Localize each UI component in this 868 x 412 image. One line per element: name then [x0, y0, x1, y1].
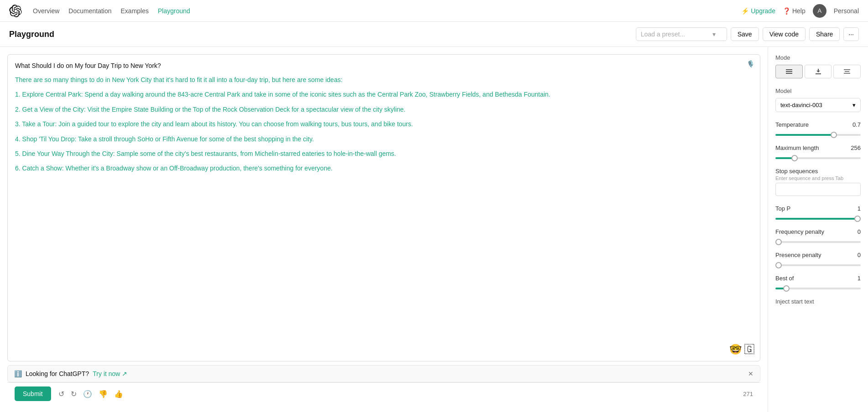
nav-overview[interactable]: Overview — [33, 7, 59, 15]
mode-label: Mode — [775, 54, 861, 61]
presence-penalty-slider[interactable] — [775, 264, 861, 266]
svg-rect-2 — [786, 73, 792, 74]
freq-penalty-container: Frequency penalty 0 — [775, 228, 861, 244]
text-box[interactable]: 🎙️ What Should I do on My four Day Trip … — [7, 54, 760, 361]
nav-right: ⚡ Upgrade ❓ Help A Personal — [741, 4, 859, 18]
external-link-icon: ↗ — [122, 370, 127, 377]
view-code-button[interactable]: View code — [763, 27, 806, 41]
nav-playground[interactable]: Playground — [158, 7, 190, 15]
presence-penalty-row: Presence penalty 0 — [775, 252, 861, 258]
max-length-container: Maximum length 256 — [775, 144, 861, 160]
svg-rect-5 — [845, 71, 849, 72]
token-count: 271 — [743, 391, 753, 397]
response-line-1: 1. Explore Central Park: Spend a day wal… — [15, 89, 753, 99]
history-icon[interactable]: 🕐 — [83, 390, 92, 398]
inject-section: Inject start text — [775, 298, 861, 305]
best-of-label: Best of — [775, 275, 794, 282]
personal-label[interactable]: Personal — [834, 7, 859, 15]
info-text: Looking for ChatGPT? — [26, 370, 89, 377]
stop-sequences-label: Stop sequences — [775, 168, 861, 175]
info-bar-left: ℹ️ Looking for ChatGPT? Try it now ↗ — [14, 370, 127, 377]
temperature-value: 0.7 — [852, 121, 861, 128]
bottom-icons: ↺ ↻ 🕐 👎 👍 — [58, 390, 123, 398]
thumbs-down-icon[interactable]: 👎 — [99, 390, 108, 398]
model-value: text-davinci-003 — [780, 102, 822, 108]
help-icon: ❓ — [783, 7, 790, 15]
max-length-label: Maximum length — [775, 144, 819, 151]
best-of-container: Best of 1 — [775, 275, 861, 291]
more-button[interactable]: ··· — [843, 27, 859, 41]
mode-section: Mode — [775, 54, 861, 78]
avatar[interactable]: A — [813, 4, 826, 18]
nav-examples[interactable]: Examples — [121, 7, 149, 15]
download-icon — [815, 68, 822, 75]
svg-rect-4 — [844, 69, 850, 70]
model-label: Model — [775, 88, 861, 94]
undo-icon[interactable]: ↺ — [58, 390, 64, 398]
close-info-icon[interactable]: ✕ — [748, 370, 754, 377]
header-controls: Load a preset... ▾ Save View code Share … — [636, 27, 859, 41]
bolt-icon: ⚡ — [741, 7, 749, 15]
svg-rect-6 — [844, 73, 850, 74]
page-title: Playground — [9, 30, 636, 39]
logo[interactable] — [9, 5, 22, 17]
share-button[interactable]: Share — [809, 27, 840, 41]
preset-dropdown[interactable]: Load a preset... ▾ — [636, 27, 727, 41]
stop-sequences-section: Stop sequences Enter sequence and press … — [775, 168, 861, 196]
preset-placeholder: Load a preset... — [641, 31, 685, 38]
temperature-label: Temperature — [775, 121, 809, 128]
page: Playground Load a preset... ▾ Save View … — [0, 22, 868, 412]
mode-list-button[interactable] — [775, 65, 803, 78]
thumbs-up-icon[interactable]: 👍 — [114, 390, 123, 398]
top-p-slider[interactable] — [775, 218, 861, 220]
mic-icon[interactable]: 🎙️ — [747, 60, 754, 67]
page-header: Playground Load a preset... ▾ Save View … — [0, 22, 868, 47]
top-nav: Overview Documentation Examples Playgrou… — [0, 0, 868, 22]
save-button[interactable]: Save — [731, 27, 759, 41]
prompt-text: What Should I do on My four Day Trip to … — [15, 62, 753, 69]
response-line-5: 5. Dine Your Way Through the City: Sampl… — [15, 149, 753, 159]
response-line-0: There are so many things to do in New Yo… — [15, 75, 753, 85]
help-link[interactable]: ❓ Help — [783, 7, 806, 15]
max-length-slider[interactable] — [775, 157, 861, 159]
emoji-glasses-icon: 🤓 — [729, 344, 742, 355]
align-icon — [843, 68, 851, 75]
stop-sequences-input[interactable] — [775, 183, 861, 196]
top-p-row: Top P 1 — [775, 205, 861, 212]
freq-penalty-slider[interactable] — [775, 241, 861, 243]
model-select[interactable]: text-davinci-003 ▾ — [775, 98, 861, 112]
try-link-label: Try it now — [93, 370, 120, 377]
try-it-now-link[interactable]: Try it now ↗ — [93, 370, 127, 377]
svg-rect-0 — [786, 69, 792, 70]
submit-button[interactable]: Submit — [15, 386, 51, 401]
bottom-bar: Submit ↺ ↻ 🕐 👎 👍 271 — [7, 382, 760, 405]
temperature-row: Temperature 0.7 — [775, 121, 861, 128]
info-bar: ℹ️ Looking for ChatGPT? Try it now ↗ ✕ — [7, 365, 760, 382]
top-p-container: Top P 1 — [775, 205, 861, 221]
svg-rect-1 — [786, 71, 792, 72]
mode-download-button[interactable] — [805, 65, 832, 78]
freq-penalty-label: Frequency penalty — [775, 228, 824, 235]
best-of-row: Best of 1 — [775, 275, 861, 282]
top-p-value: 1 — [858, 205, 861, 212]
mode-align-button[interactable] — [833, 65, 861, 78]
redo-icon[interactable]: ↻ — [71, 390, 77, 398]
emoji-grammarly-icon: 🇬 — [744, 344, 754, 355]
presence-penalty-container: Presence penalty 0 — [775, 252, 861, 268]
content: 🎙️ What Should I do on My four Day Trip … — [0, 47, 868, 412]
nav-documentation[interactable]: Documentation — [68, 7, 111, 15]
best-of-value: 1 — [858, 275, 861, 282]
upgrade-link[interactable]: ⚡ Upgrade — [741, 7, 775, 15]
model-section: Model text-davinci-003 ▾ — [775, 88, 861, 112]
temperature-container: Temperature 0.7 — [775, 121, 861, 137]
temperature-slider[interactable] — [775, 134, 861, 136]
response-line-3: 3. Take a Tour: Join a guided tour to ex… — [15, 119, 753, 129]
top-p-label: Top P — [775, 205, 790, 212]
sidebar: Mode Model text-davinci-003 — [768, 47, 868, 412]
response-line-2: 2. Get a View of the City: Visit the Emp… — [15, 104, 753, 114]
mode-buttons — [775, 65, 861, 78]
response-line-4: 4. Shop 'Til You Drop: Take a stroll thr… — [15, 134, 753, 144]
info-icon: ℹ️ — [14, 370, 22, 377]
presence-penalty-value: 0 — [858, 252, 861, 258]
best-of-slider[interactable] — [775, 288, 861, 289]
